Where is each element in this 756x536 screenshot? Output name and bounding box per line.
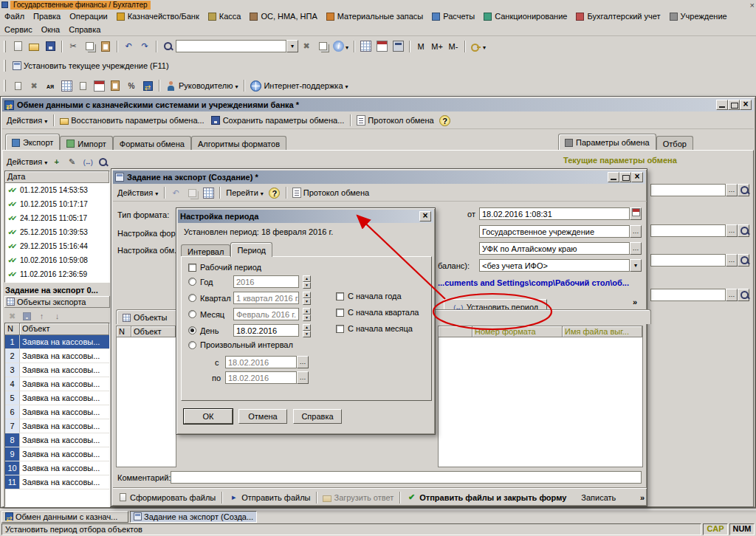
day-option[interactable]: День 18.02.2016 ▲▼ bbox=[188, 324, 311, 337]
menu-windows[interactable]: Окна bbox=[37, 24, 65, 35]
edit-export-task-button[interactable] bbox=[64, 154, 80, 170]
n-column-header[interactable]: N bbox=[5, 323, 20, 335]
set-current-institution-button[interactable]: Установить текущее учреждение (F11) bbox=[10, 61, 172, 71]
export-object-row[interactable]: 11Заявка на кассовы... bbox=[5, 475, 109, 489]
book-button[interactable] bbox=[107, 78, 123, 94]
dialog-objects-grid-right[interactable]: Номер формата Имя файла выг... bbox=[438, 326, 643, 467]
minimize-button[interactable] bbox=[716, 100, 728, 110]
export-task-row[interactable]: 25.12.2015 10:39:53 bbox=[5, 225, 109, 239]
export-object-row[interactable]: 9Заявка на кассовы... bbox=[5, 447, 109, 461]
tab-import[interactable]: Импорт bbox=[60, 136, 112, 150]
export-object-row[interactable]: 7Заявка на кассовы... bbox=[5, 419, 109, 433]
from-month-start-option[interactable]: С начала месяца bbox=[336, 324, 413, 333]
ifo-dropdown-button[interactable] bbox=[630, 259, 642, 272]
quarter-spinner[interactable]: ▲▼ bbox=[303, 292, 311, 304]
quick-search-dropdown-button[interactable] bbox=[286, 40, 298, 52]
actions-menu-button[interactable]: Действия bbox=[4, 115, 50, 126]
export-object-row[interactable]: 8Заявка на кассовы... bbox=[5, 433, 109, 447]
export-task-row[interactable]: 29.12.2015 15:16:44 bbox=[5, 239, 109, 253]
export-actions-button[interactable]: Действия bbox=[5, 157, 49, 167]
move-down-button[interactable] bbox=[49, 310, 65, 323]
month-spinner[interactable]: ▲▼ bbox=[303, 308, 311, 320]
protocol-button[interactable]: Протокол обмена bbox=[354, 114, 436, 126]
document-journal-button[interactable] bbox=[10, 78, 26, 94]
institution-choose-button[interactable]: … bbox=[630, 225, 642, 238]
period-dialog-titlebar[interactable]: Настройка периода bbox=[178, 210, 433, 223]
cancel-button[interactable]: Отмена bbox=[238, 409, 287, 424]
menu-edit[interactable]: Правка bbox=[29, 10, 65, 22]
copy-button[interactable] bbox=[81, 38, 97, 54]
report-button[interactable] bbox=[58, 78, 75, 94]
cut-button[interactable] bbox=[65, 38, 81, 54]
taskbar-item-exchange[interactable]: Обмен данными с казнач... bbox=[1, 511, 128, 523]
maximize-button[interactable] bbox=[619, 172, 631, 182]
toolbar-grip[interactable] bbox=[4, 41, 6, 52]
date-column-header[interactable]: Дата bbox=[5, 171, 109, 183]
year-spinner[interactable]: ▲▼ bbox=[303, 275, 311, 288]
quarter-field[interactable]: 1 квартал 2016 г. bbox=[233, 292, 299, 304]
redo-button[interactable] bbox=[137, 38, 153, 54]
export-task-row[interactable]: 10.02.2016 10:59:08 bbox=[5, 253, 109, 267]
table-button[interactable] bbox=[357, 38, 374, 54]
delete-object-button[interactable] bbox=[4, 310, 20, 323]
export-object-row[interactable]: 5Заявка на кассовы... bbox=[5, 391, 109, 405]
menu-institution[interactable]: Учреждение bbox=[665, 10, 732, 22]
year-radio[interactable] bbox=[188, 278, 196, 286]
empty-column-header[interactable] bbox=[439, 326, 472, 337]
reread-button[interactable] bbox=[168, 185, 184, 201]
new-button[interactable] bbox=[10, 38, 26, 54]
menu-treasury-bank[interactable]: Казначейство/Банк bbox=[112, 10, 204, 22]
close-button[interactable] bbox=[419, 211, 431, 221]
exchange-window-titlebar[interactable]: Обмен данными с казначейскими системами … bbox=[2, 98, 754, 111]
format-number-column-header[interactable]: Номер формата bbox=[472, 326, 563, 337]
menu-materials[interactable]: Материальные запасы bbox=[322, 10, 428, 22]
clear-search-button[interactable] bbox=[298, 38, 315, 54]
copy-value-button[interactable] bbox=[315, 38, 331, 54]
structure-button[interactable] bbox=[200, 185, 216, 201]
ok-button[interactable]: ОК bbox=[184, 409, 233, 424]
save-objects-button[interactable] bbox=[20, 310, 34, 323]
move-up-button[interactable] bbox=[34, 310, 49, 323]
param-choose-button[interactable]: … bbox=[726, 224, 738, 237]
set-period-toolbar-button[interactable] bbox=[80, 154, 95, 170]
info-button[interactable] bbox=[331, 38, 351, 54]
taskbar-item-export-task[interactable]: Задание на экспорт (Созда... bbox=[130, 511, 257, 523]
quarter-option[interactable]: Квартал 1 квартал 2016 г. ▲▼ bbox=[188, 292, 311, 304]
from-year-start-option[interactable]: С начала года bbox=[336, 292, 402, 300]
footer-more-icon[interactable] bbox=[640, 493, 645, 502]
menu-os-nma-npa[interactable]: ОС, НМА, НПА bbox=[245, 10, 321, 22]
comment-field[interactable] bbox=[171, 471, 642, 484]
day-spinner[interactable]: ▲▼ bbox=[303, 324, 311, 337]
menu-kassa[interactable]: Касса bbox=[204, 10, 246, 22]
add-export-task-button[interactable] bbox=[49, 154, 64, 170]
tab-interval[interactable]: Интервал bbox=[181, 244, 230, 257]
param-choose-button[interactable]: … bbox=[726, 254, 738, 267]
sort-button[interactable] bbox=[42, 78, 58, 94]
open-button[interactable] bbox=[26, 38, 42, 54]
month-field[interactable]: Февраль 2016 г. bbox=[233, 308, 299, 320]
settings-button[interactable] bbox=[468, 38, 488, 54]
year-option[interactable]: Год 2016 ▲▼ bbox=[188, 275, 311, 288]
n-column-header[interactable]: N bbox=[117, 326, 131, 337]
internet-support-button[interactable]: Интернет-поддержка bbox=[247, 80, 351, 92]
post-document-button[interactable] bbox=[75, 78, 91, 94]
tab-exchange-formats[interactable]: Форматы обмена bbox=[113, 136, 191, 150]
from-date-field[interactable]: 18.02.2016 bbox=[225, 356, 297, 368]
month-radio[interactable] bbox=[188, 310, 196, 318]
restore-button[interactable] bbox=[728, 100, 740, 110]
save-params-button[interactable]: Сохранить параметры обмена... bbox=[207, 114, 348, 126]
object-column-header[interactable]: Объект bbox=[131, 326, 176, 337]
memory-plus-button[interactable]: M+ bbox=[429, 38, 445, 54]
year-start-checkbox[interactable] bbox=[336, 292, 344, 300]
export-dialog-titlebar[interactable]: Задание на экспорт (Создание) * bbox=[113, 171, 645, 184]
day-radio[interactable] bbox=[188, 326, 196, 334]
dialog-protocol-button[interactable]: Протокол обмена bbox=[289, 187, 372, 199]
param-search-button[interactable] bbox=[738, 224, 749, 237]
more-buttons-icon[interactable] bbox=[633, 298, 637, 306]
write-button[interactable]: Записать bbox=[578, 492, 619, 503]
institution-field[interactable]: Государственное учреждение bbox=[479, 225, 630, 238]
param-search-button[interactable] bbox=[738, 184, 749, 196]
undo-button[interactable] bbox=[120, 38, 137, 54]
param-field-4[interactable] bbox=[650, 289, 726, 301]
help-button[interactable] bbox=[437, 113, 453, 128]
